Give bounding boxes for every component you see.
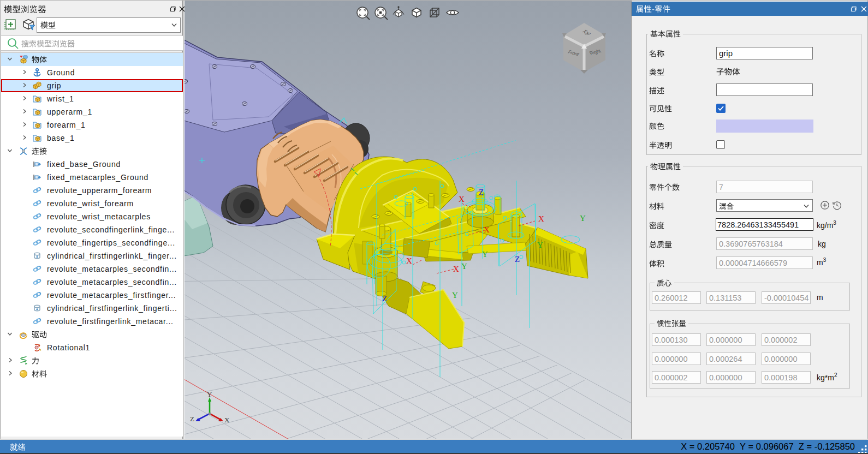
svg-text:Y: Y [207,390,212,398]
svg-text:Y: Y [452,291,458,300]
svg-text:X: X [459,195,465,204]
svg-text:Z: Z [382,294,387,303]
svg-text:Y: Y [580,214,586,223]
svg-text:Y: Y [482,250,488,259]
svg-text:X: X [453,265,459,273]
svg-text:Z: Z [190,415,194,423]
svg-text:X: X [538,214,544,223]
svg-text:Y: Y [461,262,467,271]
svg-text:Z: Z [479,188,484,196]
svg-text:X: X [224,416,230,424]
svg-text:Y: Y [537,241,543,249]
svg-text:X: X [406,256,412,265]
svg-text:Z: Z [515,255,520,264]
svg-text:X: X [484,225,490,234]
